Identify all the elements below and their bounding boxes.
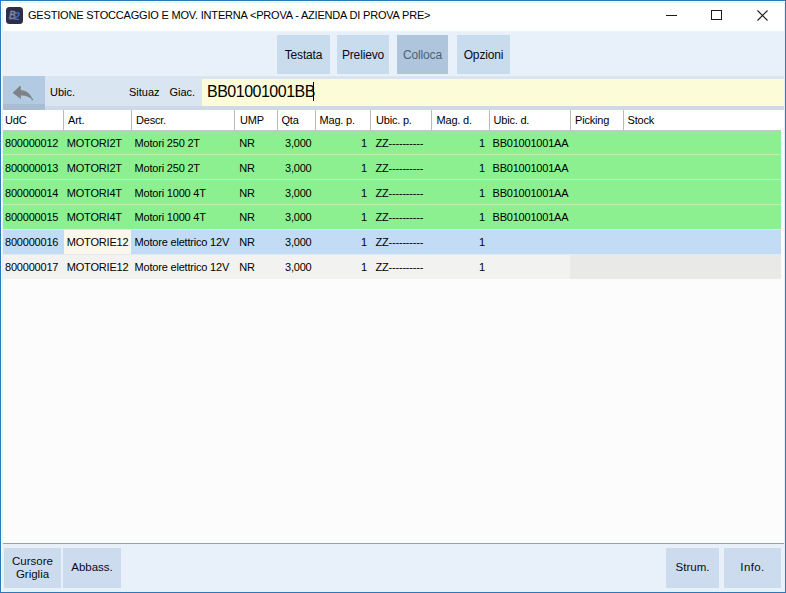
svg-text:2: 2 — [13, 10, 20, 21]
